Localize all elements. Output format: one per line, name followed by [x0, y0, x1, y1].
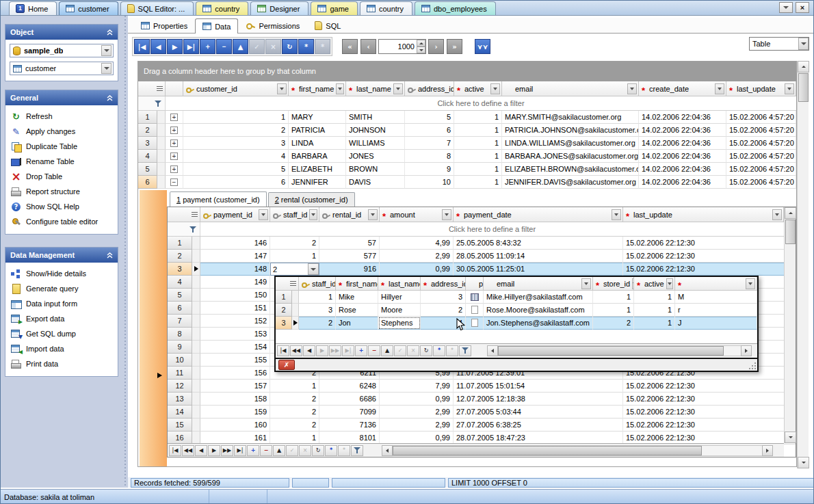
nav-edit-icon[interactable]: ▲ — [273, 445, 285, 456]
cell-last-update[interactable]: 15.02.2006 22:12:30 — [623, 250, 796, 263]
nav-refresh-icon[interactable]: ↻ — [312, 445, 324, 456]
cell-last-update[interactable]: 15.02.2006 22:12:30 — [623, 237, 796, 250]
scroll-left-icon[interactable] — [382, 445, 393, 456]
cell-customer-id[interactable]: 4 — [183, 150, 289, 163]
next-page-button[interactable]: › — [428, 39, 444, 54]
detail-tab-rental[interactable]: 2 rental (customer_id) — [268, 192, 355, 207]
cell-last-update[interactable]: 15.02.2006 4:57:20 — [726, 124, 796, 137]
cell-create-date[interactable]: 14.02.2006 22:04:36 — [639, 111, 726, 124]
column-header[interactable]: last_name — [346, 81, 405, 96]
row-number[interactable]: 10 — [168, 354, 192, 367]
column-header[interactable]: email — [484, 277, 593, 291]
page-size-spinner[interactable]: 1000 — [378, 39, 426, 54]
cell-last-name[interactable]: JONES — [346, 150, 405, 163]
payment-row[interactable]: 2 147 1 577 2,99 28.05.2005 11:09:14 15.… — [168, 250, 796, 263]
cell-last-name[interactable]: SMITH — [346, 111, 405, 124]
cell-payment-id[interactable]: 156 — [200, 367, 270, 380]
column-header[interactable]: rental_id — [319, 207, 380, 222]
customer-row[interactable]: 2 + 2 PATRICIA JOHNSON 6 1 PATRICIA.JOHN… — [138, 124, 796, 137]
expand-toggle[interactable]: + — [166, 137, 183, 150]
customer-row[interactable]: 3 + 3 LINDA WILLIAMS 7 1 LINDA.WILLIAMS@… — [138, 137, 796, 150]
cell-active[interactable]: 1 — [454, 124, 502, 137]
sidebar-splitter[interactable] — [122, 16, 128, 488]
sidebar-action[interactable]: Show SQL Help — [5, 199, 118, 214]
nav-bookmark-icon[interactable]: * — [433, 345, 445, 356]
filter-hint[interactable]: Click here to define a filter — [200, 225, 784, 233]
cell-first-name[interactable]: MARY — [289, 111, 346, 124]
first-record-button[interactable]: |◀ — [134, 39, 150, 54]
row-number[interactable]: 1 — [276, 291, 292, 304]
column-header[interactable]: last_update — [623, 207, 784, 222]
cell-amount[interactable]: 0,99 — [380, 263, 454, 276]
cell-first-name[interactable]: BARBARA — [289, 150, 346, 163]
cell-payment-id[interactable]: 152 — [200, 315, 270, 328]
cell-payment-date[interactable]: 27.07.2005 5:03:44 — [454, 406, 623, 419]
cell-staff-id[interactable]: 2 — [270, 237, 319, 250]
column-filter-dropdown[interactable] — [785, 83, 794, 94]
nav-next-icon[interactable]: ▶ — [208, 445, 220, 456]
cell-first-name[interactable]: ELIZABETH — [289, 163, 346, 176]
combo-dropdown-button[interactable] — [308, 263, 319, 275]
nav-delete-icon[interactable]: − — [368, 345, 380, 356]
sidebar-action[interactable]: Rename Table — [5, 154, 118, 169]
page-size-value[interactable]: 1000 — [379, 42, 417, 51]
column-header[interactable]: first_name — [289, 81, 346, 96]
sidebar-action[interactable]: Drop Table — [5, 169, 118, 184]
cell-payment-date[interactable]: 11.07.2005 15:01:54 — [454, 380, 623, 393]
column-filter-dropdown[interactable] — [772, 209, 782, 220]
cell-payment-id[interactable]: 157 — [200, 380, 270, 393]
expand-toggle[interactable]: + — [166, 150, 183, 163]
cell-payment-id[interactable]: 151 — [200, 302, 270, 315]
cell-address-id[interactable]: 9 — [405, 163, 454, 176]
row-number[interactable]: 7 — [168, 315, 192, 328]
cell-create-date[interactable]: 14.02.2006 22:04:36 — [639, 137, 726, 150]
cell-active[interactable]: 1 — [454, 176, 502, 189]
last-page-button[interactable]: » — [447, 39, 462, 54]
cell-payment-id[interactable]: 154 — [200, 341, 270, 354]
column-filter-dropdown[interactable] — [336, 83, 344, 94]
cell-rental-id[interactable]: 57 — [319, 237, 380, 250]
cell-address-id[interactable]: 2 — [421, 304, 466, 317]
cell-email[interactable]: LINDA.WILLIAMS@sakilacustomer.org — [502, 137, 639, 150]
row-number[interactable]: 3 — [168, 263, 192, 276]
cell-last-update[interactable]: 15.02.2006 4:57:20 — [726, 137, 796, 150]
cell-address-id[interactable]: 10 — [405, 176, 454, 189]
cell-last-update[interactable]: 15.02.2006 22:12:30 — [623, 419, 796, 432]
nav-insert-icon[interactable]: + — [355, 345, 367, 356]
scroll-right-icon[interactable] — [762, 445, 773, 456]
row-number[interactable]: 6 — [168, 302, 192, 315]
scroll-up-icon[interactable] — [798, 61, 809, 72]
chevron-down-icon[interactable] — [798, 38, 809, 50]
filter-hint[interactable]: Click here to define a filter — [166, 99, 796, 107]
resize-grip[interactable] — [749, 362, 756, 369]
cell-payment-id[interactable]: 158 — [200, 393, 270, 406]
grid-vscrollbar[interactable] — [797, 61, 809, 468]
cell-active[interactable]: 1 — [454, 163, 502, 176]
column-header[interactable]: last_update — [726, 81, 796, 96]
row-number[interactable]: 15 — [168, 419, 192, 432]
cell-store-id[interactable]: 1 — [593, 304, 634, 317]
cell-customer-id[interactable]: 3 — [183, 137, 289, 150]
sidebar-action[interactable]: Export data — [5, 311, 118, 326]
column-header[interactable]: customer_id — [183, 81, 289, 96]
cell-payment-id[interactable]: 150 — [200, 289, 270, 302]
cell-payment-id[interactable]: 159 — [200, 406, 270, 419]
sidebar-action[interactable]: Apply changes — [5, 124, 118, 139]
table-select[interactable]: customer — [10, 62, 114, 75]
column-header[interactable]: store_id — [593, 277, 634, 291]
cell-last-name[interactable]: Moore — [378, 304, 421, 317]
customer-filter-row[interactable]: Click here to define a filter — [138, 96, 796, 111]
cell-payment-date[interactable]: 28.05.2005 11:09:14 — [454, 250, 623, 263]
cell-payment-id[interactable]: 146 — [200, 237, 270, 250]
cell-email[interactable]: PATRICIA.JOHNSON@sakilacustomer.org — [502, 124, 639, 137]
cell-address-id[interactable]: 3 — [421, 291, 466, 304]
window-tab[interactable]: game — [311, 1, 358, 15]
cell-rental-id[interactable]: 6686 — [319, 393, 380, 406]
cell-last-update[interactable]: 15.02.2006 22:12:30 — [623, 406, 796, 419]
cell-last-name-focused[interactable]: Stephens — [378, 317, 421, 330]
cell-rental-id[interactable]: 7136 — [319, 419, 380, 432]
nav-edit-icon[interactable]: ▲ — [381, 345, 393, 356]
sidebar-action[interactable]: Print data — [5, 356, 118, 371]
cell-first-name[interactable]: JENNIFER — [289, 176, 346, 189]
tab-list-dropdown-button[interactable] — [779, 2, 793, 13]
